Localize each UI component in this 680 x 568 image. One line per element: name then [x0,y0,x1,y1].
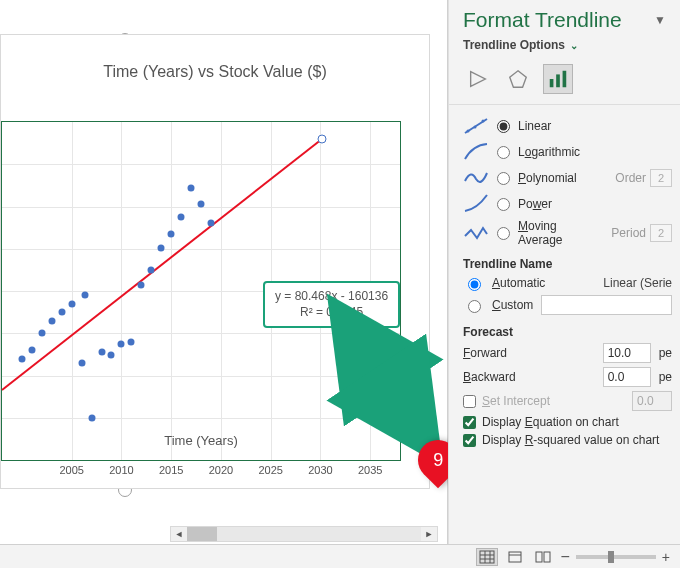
fill-line-tab-icon[interactable] [463,64,493,94]
trend-type-moving-average[interactable]: MovingAverage Period2 [463,219,672,247]
svg-rect-6 [563,71,567,88]
x-tick: 2035 [358,464,382,476]
worksheet-area: Time (Years) vs Stock Value ($) [0,0,448,568]
zoom-slider[interactable] [576,555,656,559]
trendline-name-custom[interactable]: Custom [463,295,672,315]
view-normal-icon[interactable] [476,548,498,566]
svg-rect-11 [480,551,494,563]
svg-point-8 [467,130,470,133]
x-tick: 2010 [109,464,133,476]
svg-point-1 [318,135,326,143]
x-axis-title[interactable]: Time (Years) [1,433,401,448]
pane-title: Format Trendline [463,8,622,32]
forecast-heading: Forecast [463,325,672,339]
svg-rect-18 [536,552,542,562]
trendline-name-heading: Trendline Name [463,257,672,271]
status-bar: − + [0,544,680,568]
scroll-left-icon[interactable]: ◄ [171,527,187,541]
trendline-equation-label[interactable]: y = 80.468x - 160136 R² = 0.6945 [263,281,400,328]
view-page-layout-icon[interactable] [504,548,526,566]
x-tick: 2020 [209,464,233,476]
sheet-horizontal-scrollbar[interactable]: ◄ ► [170,526,438,542]
poly-order-input: 2 [650,169,672,187]
svg-marker-3 [510,71,527,88]
svg-line-0 [2,139,322,390]
display-equation-checkbox[interactable]: Display Equation on chart [463,415,672,429]
view-page-break-icon[interactable] [532,548,554,566]
pane-subtitle[interactable]: Trendline Options ⌄ [449,36,680,60]
svg-point-10 [482,120,485,123]
scroll-right-icon[interactable]: ► [421,527,437,541]
chart-title[interactable]: Time (Years) vs Stock Value ($) [1,63,429,81]
pane-dropdown-icon[interactable]: ▼ [654,13,666,27]
svg-rect-19 [544,552,550,562]
trend-type-logarithmic[interactable]: Logarithmic [463,141,672,163]
custom-name-input[interactable] [541,295,672,315]
x-tick: 2005 [59,464,83,476]
format-trendline-pane: Format Trendline ▼ Trendline Options ⌄ L… [448,0,680,568]
chart-object[interactable]: Time (Years) vs Stock Value ($) [0,34,430,489]
effects-tab-icon[interactable] [503,64,533,94]
x-tick: 2025 [258,464,282,476]
trendline-options-tab-icon[interactable] [543,64,573,94]
zoom-in-button[interactable]: + [662,549,670,565]
svg-point-9 [474,126,477,129]
trendline-name-automatic[interactable]: Automatic Linear (Serie [463,275,672,291]
mavg-period-input: 2 [650,224,672,242]
set-intercept-input: 0.0 [632,391,672,411]
display-r-squared-checkbox[interactable]: Display R-squared value on chart [463,433,672,447]
svg-rect-16 [509,552,521,562]
forecast-forward-input[interactable]: 10.0 [603,343,651,363]
trend-type-polynomial[interactable]: Polynomial Order2 [463,167,672,189]
forecast-backward-input[interactable]: 0.0 [603,367,651,387]
x-tick: 2030 [308,464,332,476]
trend-type-linear[interactable]: Linear [463,115,672,137]
trend-type-power[interactable]: Power [463,193,672,215]
svg-rect-4 [550,79,554,87]
x-tick: 2015 [159,464,183,476]
zoom-out-button[interactable]: − [560,548,569,566]
set-intercept-row[interactable]: Set Intercept 0.0 [463,391,672,411]
svg-rect-5 [556,74,560,87]
